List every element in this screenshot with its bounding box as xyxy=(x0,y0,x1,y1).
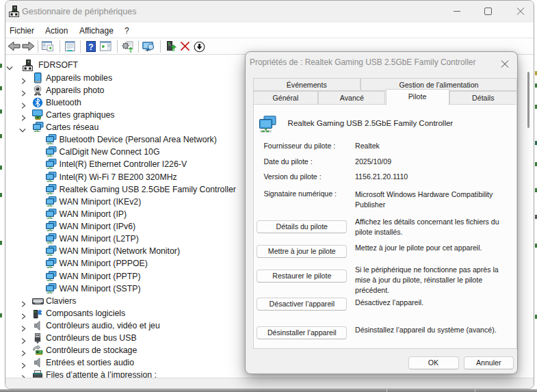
svg-text:?: ? xyxy=(88,42,93,52)
